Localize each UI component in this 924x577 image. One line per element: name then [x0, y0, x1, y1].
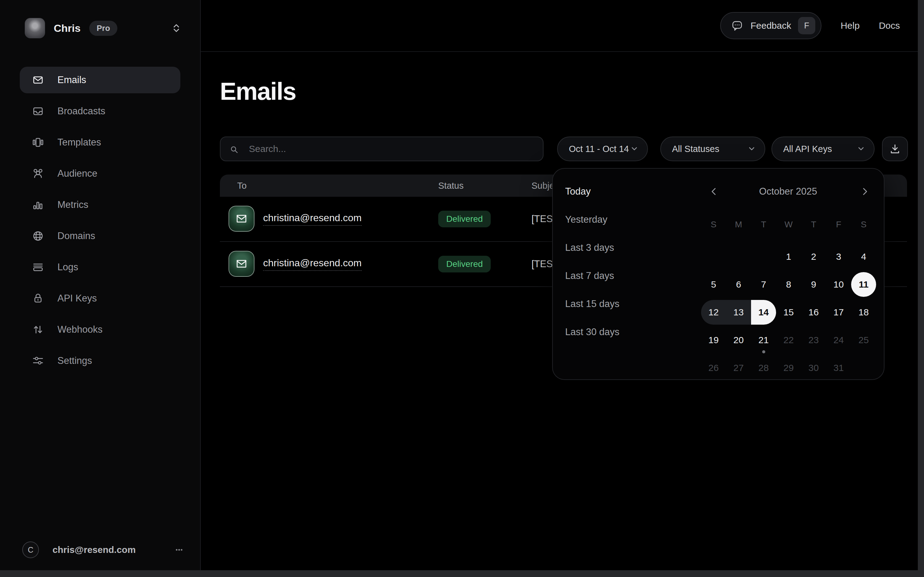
account-row[interactable]: C chris@resend.com [22, 542, 185, 558]
day-19[interactable]: 19 [701, 326, 726, 354]
day-5[interactable]: 5 [701, 271, 726, 298]
day-7[interactable]: 7 [751, 271, 776, 298]
feedback-button[interactable]: Feedback F [720, 12, 821, 39]
day-10[interactable]: 10 [826, 271, 851, 298]
day-24: 24 [826, 326, 851, 354]
weekday-label: M [726, 215, 751, 234]
preset-today[interactable]: Today [565, 177, 683, 205]
sidebar-item-webhooks[interactable]: Webhooks [20, 316, 180, 343]
sidebar-item-emails[interactable]: Emails [20, 67, 180, 93]
day-11[interactable]: 11 [851, 271, 876, 298]
chevron-down-icon [747, 145, 756, 153]
export-button[interactable] [882, 137, 908, 161]
date-range-value: Oct 11 - Oct 14 [569, 144, 629, 154]
user-avatar [25, 18, 45, 38]
vertical-scrollbar[interactable] [918, 0, 924, 577]
account-menu-icon[interactable] [173, 544, 185, 556]
sidebar-item-label: API Keys [58, 293, 97, 304]
weekday-label: W [776, 215, 801, 234]
metrics-icon [31, 198, 45, 212]
sidebar-item-audience[interactable]: Audience [20, 160, 180, 187]
status-badge: Delivered [438, 211, 491, 227]
chevron-down-icon [857, 145, 865, 153]
sidebar-item-label: Settings [58, 355, 92, 366]
status-filter-value: All Statuses [672, 144, 719, 154]
day-17[interactable]: 17 [826, 298, 851, 326]
docs-link[interactable]: Docs [879, 20, 900, 31]
download-icon [888, 142, 902, 156]
sidebar-item-settings[interactable]: Settings [20, 348, 180, 374]
account-email: chris@resend.com [53, 545, 135, 555]
day-20[interactable]: 20 [726, 326, 751, 354]
sidebar-item-domains[interactable]: Domains [20, 223, 180, 249]
audience-icon [31, 166, 45, 181]
empty-cell [701, 243, 726, 271]
day-25: 25 [851, 326, 876, 354]
day-28: 28 [751, 354, 776, 382]
domains-icon [31, 229, 45, 243]
day-2[interactable]: 2 [801, 243, 826, 271]
preset-last-7-days[interactable]: Last 7 days [565, 262, 683, 290]
page-title: Emails [220, 77, 296, 106]
templates-icon [31, 135, 45, 150]
day-8[interactable]: 8 [776, 271, 801, 298]
recipient-email[interactable]: christina@resend.com [263, 212, 362, 226]
preset-yesterday[interactable]: Yesterday [565, 205, 683, 234]
day-23: 23 [801, 326, 826, 354]
recipient-email[interactable]: christina@resend.com [263, 257, 362, 271]
search-box [220, 137, 544, 161]
day-27: 27 [726, 354, 751, 382]
empty-cell [726, 243, 751, 271]
day-16[interactable]: 16 [801, 298, 826, 326]
sidebar-item-metrics[interactable]: Metrics [20, 192, 180, 218]
sidebar-item-label: Webhooks [58, 324, 103, 335]
preset-last-15-days[interactable]: Last 15 days [565, 290, 683, 318]
column-to: To [237, 181, 247, 191]
sidebar: Chris Pro EmailsBroadcastsTemplatesAudie… [0, 0, 201, 577]
day-12[interactable]: 12 [701, 298, 726, 326]
feedback-bubble-icon [731, 19, 744, 32]
logs-icon [31, 260, 45, 274]
api-key-filter[interactable]: All API Keys [771, 137, 874, 161]
help-link[interactable]: Help [840, 20, 860, 31]
sidebar-item-broadcasts[interactable]: Broadcasts [20, 98, 180, 124]
day-1[interactable]: 1 [776, 243, 801, 271]
webhooks-icon [31, 322, 45, 337]
preset-last-3-days[interactable]: Last 3 days [565, 234, 683, 262]
day-31: 31 [826, 354, 851, 382]
day-3[interactable]: 3 [826, 243, 851, 271]
sidebar-item-templates[interactable]: Templates [20, 129, 180, 156]
day-13[interactable]: 13 [726, 298, 751, 326]
weekday-label: S [701, 215, 726, 234]
day-21[interactable]: 21 [751, 326, 776, 354]
topbar: Feedback F Help Docs [201, 0, 924, 52]
day-22: 22 [776, 326, 801, 354]
plan-badge: Pro [89, 21, 118, 36]
date-range-filter[interactable]: Oct 11 - Oct 14 [557, 137, 648, 161]
sidebar-item-logs[interactable]: Logs [20, 254, 180, 280]
next-month-button[interactable] [858, 185, 871, 198]
feedback-shortcut-badge: F [798, 17, 815, 34]
preset-last-30-days[interactable]: Last 30 days [565, 318, 683, 346]
emails-icon [31, 73, 45, 87]
day-15[interactable]: 15 [776, 298, 801, 326]
day-30: 30 [801, 354, 826, 382]
sidebar-item-api-keys[interactable]: API Keys [20, 285, 180, 312]
horizontal-scrollbar[interactable] [0, 570, 918, 577]
status-filter[interactable]: All Statuses [660, 137, 765, 161]
day-9[interactable]: 9 [801, 271, 826, 298]
sidebar-nav: EmailsBroadcastsTemplatesAudienceMetrics… [20, 67, 180, 379]
day-26: 26 [701, 354, 726, 382]
sidebar-item-label: Domains [58, 230, 95, 242]
prev-month-button[interactable] [707, 185, 721, 198]
day-14[interactable]: 14 [751, 298, 776, 326]
search-input[interactable] [221, 137, 543, 161]
workspace-switcher[interactable]: Chris Pro [25, 18, 185, 38]
sidebar-item-label: Broadcasts [58, 106, 105, 117]
weekday-label: S [851, 215, 876, 234]
day-6[interactable]: 6 [726, 271, 751, 298]
day-18[interactable]: 18 [851, 298, 876, 326]
chevron-down-icon [630, 145, 639, 153]
day-4[interactable]: 4 [851, 243, 876, 271]
api-key-filter-value: All API Keys [783, 144, 832, 154]
